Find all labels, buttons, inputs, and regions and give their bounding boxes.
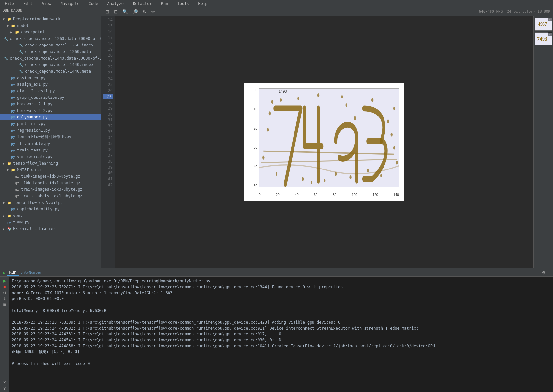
tree-item-varrecreate[interactable]: py var_recreate.py xyxy=(0,153,101,160)
tree-item-onlynumber[interactable]: py onlyNumber.py xyxy=(0,114,101,120)
folder-icon: 📁 xyxy=(7,161,12,166)
editor-toolbar: ⊡ ⊞ 🔍 🔎 ↻ ✏ 640×480 PNG (24-bit color) 1… xyxy=(101,7,553,16)
minimize-btn[interactable]: ─ xyxy=(547,270,550,275)
menu-code[interactable]: Code xyxy=(87,1,100,7)
tree-item-tfvar[interactable]: py tf_variable.py xyxy=(0,140,101,147)
menu-edit[interactable]: Edit xyxy=(21,1,35,7)
tree-item-model-file-6[interactable]: 🔧 crack_capcha.model-1440.meta xyxy=(0,68,101,75)
svg-text:4937: 4937 xyxy=(538,22,547,27)
spacer xyxy=(3,221,7,224)
tree-item-assign-ex1[interactable]: py assign_ex1.py xyxy=(0,81,101,88)
help-run-btn[interactable]: ? xyxy=(3,386,6,391)
arrow-icon: ▶ xyxy=(3,214,7,218)
restart-button[interactable]: ↺ xyxy=(3,291,6,295)
file-icon: 🔧 xyxy=(18,49,24,54)
tree-label: graph_description.py xyxy=(17,95,64,100)
close-run-btn[interactable]: ✕ xyxy=(3,380,6,385)
tree-item-train-labels[interactable]: gz train-labels-idx1-ubyte.gz xyxy=(0,193,101,199)
zoom-actual-btn[interactable]: ⊞ xyxy=(113,9,119,15)
tree-item-tflearning[interactable]: ▼ 📁 tensorflow_learning xyxy=(0,160,101,167)
tree-item-checkpoint[interactable]: ▶ 📁 checkpoint xyxy=(0,29,101,35)
spacer xyxy=(7,129,10,132)
console-line-2: name: GeForce GTX 1070 major: 6 minor: 1… xyxy=(12,290,550,296)
tree-label: t10k-labels-idx1-ubyte.gz xyxy=(21,181,80,185)
tree-label: checkpoint xyxy=(21,30,45,34)
tree-item-t10k-images[interactable]: gz t10k-images-idx3-ubyte.gz xyxy=(0,173,101,180)
svg-point-2 xyxy=(341,95,343,98)
plot-inner: 1493 xyxy=(259,88,399,187)
zoom-out-btn[interactable]: 🔎 xyxy=(131,9,139,15)
rotate-btn[interactable]: ↻ xyxy=(141,9,148,15)
run-button[interactable]: ▶ xyxy=(3,278,6,283)
zoom-fit-btn[interactable]: ⊡ xyxy=(104,9,111,15)
spacer xyxy=(10,194,14,198)
edit-btn[interactable]: ✏ xyxy=(150,9,156,15)
tree-item-assign-ex[interactable]: py assign_ex.py xyxy=(0,75,101,81)
svg-point-15 xyxy=(391,133,393,136)
console-file-label: onlyNumber xyxy=(20,270,42,275)
file-icon: 🔧 xyxy=(18,69,24,74)
py-icon: py xyxy=(10,148,16,153)
tree-item-tdbn[interactable]: py tDBN.py xyxy=(0,219,101,225)
tree-item-deeplearning[interactable]: ▼ 📁 DeepLearningHomeWork xyxy=(0,16,101,22)
tree-label: train-images-idx3-ubyte.gz xyxy=(21,187,82,192)
x-label-60: 60 xyxy=(314,193,317,197)
menu-refactor[interactable]: Refactor xyxy=(131,1,154,7)
tree-item-hw21[interactable]: py homework_2_1.py xyxy=(0,101,101,107)
tree-item-venv[interactable]: ▶ 📁 venv xyxy=(0,212,101,219)
tree-label: var_recreate.py xyxy=(17,154,52,159)
spacer xyxy=(7,207,10,211)
tree-label: TensorFlow逻辑回归作业.py xyxy=(17,134,71,140)
console-tab-run[interactable]: Run xyxy=(7,269,19,276)
tree-item-tensorflow-logic[interactable]: py TensorFlow逻辑回归作业.py xyxy=(0,134,101,140)
menu-navigate[interactable]: Navigate xyxy=(59,1,81,7)
close-icon[interactable]: ✕ xyxy=(548,18,552,21)
menu-analyze[interactable]: Analyze xyxy=(105,1,126,7)
tree-label: crack_capcha.model-1440.data-00000-of-00… xyxy=(10,56,101,61)
console-line-cmd: F:\anacanda\envs\tensorflow-gpu\python.e… xyxy=(12,278,550,284)
menu-help[interactable]: Help xyxy=(196,1,210,7)
svg-point-18 xyxy=(297,97,299,100)
spacer xyxy=(7,96,10,99)
svg-point-12 xyxy=(380,174,382,177)
tree-item-mnist[interactable]: ▼ 📁 MNIST_data xyxy=(0,167,101,173)
tree-item-partinit[interactable]: py part_init.py xyxy=(0,120,101,127)
tree-item-model-file-2[interactable]: 🔧 crack_capcha.model-1260.index xyxy=(0,42,101,48)
tree-item-class2[interactable]: py class_2_test1.py xyxy=(0,88,101,94)
tree-item-model-file-5[interactable]: 🔧 crack_capcha.model-1440.index xyxy=(0,62,101,68)
settings-btn[interactable]: ⚙ xyxy=(542,270,546,275)
tree-item-captcha[interactable]: py captchaldentity.py xyxy=(0,206,101,212)
console-line-blank2 xyxy=(12,313,550,319)
tree-item-regression[interactable]: py regression1.py xyxy=(0,127,101,134)
tree-item-graph[interactable]: py graph_description.py xyxy=(0,94,101,101)
menu-run[interactable]: Run xyxy=(159,1,170,7)
thumbnail-2[interactable]: 7493 ✕ xyxy=(535,32,552,45)
tree-label: part_init.py xyxy=(17,121,45,126)
scroll-down-btn[interactable]: ⇓ xyxy=(3,296,6,301)
menu-file[interactable]: File xyxy=(3,1,16,7)
svg-point-11 xyxy=(349,175,351,179)
close-icon[interactable]: ✕ xyxy=(548,32,552,36)
arrow-icon: ▼ xyxy=(3,17,7,21)
spacer xyxy=(7,83,10,86)
tree-item-extlibs[interactable]: ▶ 📚 External Libraries xyxy=(0,225,101,232)
tree-item-traintest[interactable]: py train_test.py xyxy=(0,147,101,153)
tree-item-model[interactable]: ▼ 📁 model xyxy=(0,22,101,29)
zoom-in-btn[interactable]: 🔍 xyxy=(121,9,129,15)
tree-item-t10k-labels[interactable]: gz t10k-labels-idx1-ubyte.gz xyxy=(0,180,101,186)
thumbnail-1[interactable]: 4937 ✕ xyxy=(535,18,552,31)
stop-button[interactable]: ■ xyxy=(3,285,6,289)
arrow-icon: ▼ xyxy=(7,168,10,172)
tree-item-model-file-4[interactable]: 🔧 crack_capcha.model-1440.data-00000-of-… xyxy=(0,55,101,62)
clear-btn[interactable]: 🗑 xyxy=(3,302,7,307)
menu-tools[interactable]: Tools xyxy=(175,1,191,7)
tree-item-hw22[interactable]: py homework_2_2.py xyxy=(0,107,101,114)
menu-view[interactable]: View xyxy=(40,1,53,7)
tree-item-train-images[interactable]: gz train-images-idx3-ubyte.gz xyxy=(0,186,101,193)
tree-item-model-file-1[interactable]: 🔧 crack_capcha.model-1260.data-00000-of-… xyxy=(0,35,101,42)
plot-title: 1493 xyxy=(279,89,287,93)
svg-point-20 xyxy=(280,98,282,102)
tree-item-tftestv[interactable]: ▼ 📁 tensorflowTestVvailpg xyxy=(0,199,101,206)
menu-bar: File Edit View Navigate Code Analyze Ref… xyxy=(0,0,553,7)
tree-item-model-file-3[interactable]: 🔧 crack_capcha.model-1260.meta xyxy=(0,48,101,55)
